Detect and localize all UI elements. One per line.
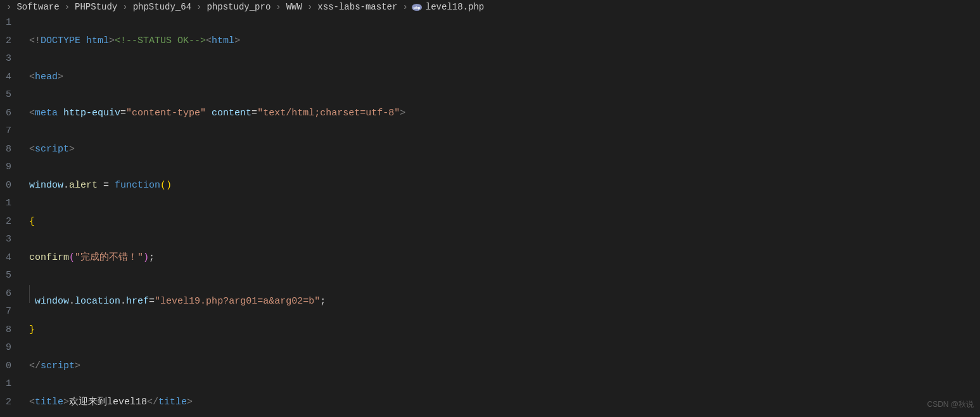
line-number: 2 [0, 394, 11, 412]
code-line[interactable]: </script> [29, 357, 980, 376]
line-number-gutter: 1 2 3 4 5 6 7 8 9 0 1 2 3 4 5 6 7 8 9 0 … [0, 14, 18, 417]
code-line[interactable]: <meta http-equiv="content-type" content=… [29, 105, 980, 123]
breadcrumb-sep: › [6, 0, 11, 15]
code-line[interactable]: <head> [29, 68, 980, 87]
breadcrumb-sep: › [122, 0, 127, 15]
line-number: 4 [0, 68, 11, 87]
svg-text:php: php [413, 6, 420, 10]
line-number: 3 [0, 231, 11, 249]
breadcrumb-sep: › [402, 0, 407, 15]
line-number: 6 [0, 285, 11, 304]
php-file-icon: php [412, 2, 422, 12]
line-number: 4 [0, 249, 11, 267]
line-number: 9 [0, 339, 11, 357]
line-number: 7 [0, 122, 11, 141]
code-line[interactable]: window.alert = function() [29, 177, 980, 195]
code-line[interactable]: { [29, 213, 980, 231]
breadcrumb-sep: › [307, 0, 312, 15]
code-line[interactable]: <!DOCTYPE html><!--STATUS OK--><html> [29, 32, 980, 51]
line-number: 8 [0, 141, 11, 159]
code-editor[interactable]: 1 2 3 4 5 6 7 8 9 0 1 2 3 4 5 6 7 8 9 0 … [0, 14, 980, 417]
line-number: 2 [0, 213, 11, 231]
code-line[interactable]: confirm("完成的不错！"); [29, 249, 980, 267]
line-number: 1 [0, 375, 11, 394]
line-number: 6 [0, 105, 11, 123]
breadcrumb-sep: › [276, 0, 281, 15]
line-number: 1 [0, 195, 11, 213]
breadcrumb-file[interactable]: level18.php [424, 0, 485, 15]
breadcrumb-item[interactable]: phpstudy_pro [205, 0, 272, 15]
line-number: 0 [0, 177, 11, 195]
line-number: 3 [0, 50, 11, 68]
breadcrumb-sep: › [196, 0, 201, 15]
breadcrumb-item[interactable]: PHPStudy [73, 0, 118, 15]
code-line[interactable]: <title>欢迎来到level18</title> [29, 394, 980, 412]
breadcrumb-item[interactable]: Software [15, 0, 60, 15]
line-number: 8 [0, 321, 11, 340]
line-number: 9 [0, 158, 11, 177]
code-content[interactable]: <!DOCTYPE html><!--STATUS OK--><html> <h… [18, 14, 980, 417]
breadcrumb-item[interactable]: WWW [285, 0, 303, 15]
line-number: 5 [0, 267, 11, 285]
breadcrumb-item[interactable]: xss-labs-master [316, 0, 398, 15]
watermark: CSDN @秋说 [927, 397, 974, 412]
line-number: 7 [0, 303, 11, 321]
breadcrumb-sep: › [65, 0, 70, 15]
code-line[interactable]: } [29, 321, 980, 340]
line-number: 1 [0, 14, 11, 32]
code-line[interactable]: window.location.href="level19.php?arg01=… [29, 285, 980, 304]
line-number: 0 [0, 357, 11, 376]
line-number: 5 [0, 86, 11, 105]
breadcrumb-item[interactable]: phpStudy_64 [132, 0, 193, 15]
line-number: 2 [0, 32, 11, 51]
breadcrumb: › Software › PHPStudy › phpStudy_64 › ph… [0, 0, 980, 14]
code-line[interactable]: <script> [29, 141, 980, 159]
